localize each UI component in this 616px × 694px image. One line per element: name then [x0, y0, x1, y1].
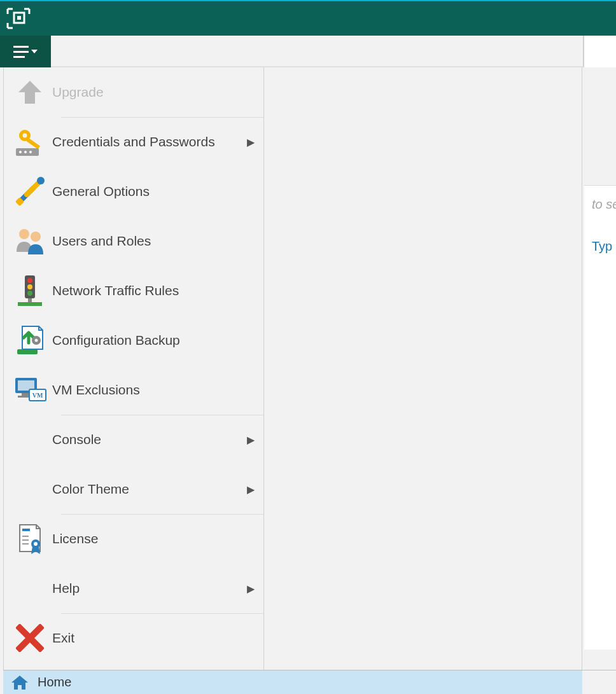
application-menu-submenu-area [263, 67, 582, 671]
search-placeholder-text: to se [592, 197, 616, 212]
column-header-type[interactable]: Typ [592, 239, 612, 254]
config-backup-icon [8, 321, 52, 359]
ribbon-blank-area [51, 36, 584, 67]
blank-icon [8, 569, 52, 607]
menu-item-label: Color Theme [52, 482, 243, 497]
menu-item-credentials[interactable]: Credentials and Passwords ▶ [4, 117, 263, 167]
svg-point-33 [34, 542, 38, 546]
svg-point-8 [29, 151, 32, 153]
menu-item-upgrade: Upgrade [4, 67, 263, 117]
nav-bar: Home [3, 670, 616, 694]
ribbon-strip [0, 36, 616, 67]
svg-rect-21 [17, 349, 38, 354]
tools-icon [8, 172, 52, 211]
menu-item-vm-exclusions[interactable]: VM VM Exclusions [4, 365, 263, 415]
svg-point-7 [24, 151, 27, 153]
content-panel: to se Typ [584, 185, 616, 649]
close-icon [8, 619, 52, 657]
blank-icon [8, 470, 52, 508]
svg-point-6 [19, 151, 22, 153]
home-icon [7, 674, 32, 691]
menu-item-label: Upgrade [52, 85, 255, 100]
application-menu: Upgrade Credentials and Passwords ▶ [3, 67, 582, 672]
menu-item-help[interactable]: Help ▶ [4, 564, 263, 613]
svg-point-12 [31, 232, 41, 242]
main-menu-button[interactable] [0, 36, 51, 67]
chevron-right-icon: ▶ [243, 583, 255, 595]
svg-point-11 [19, 229, 29, 239]
menu-item-general-options[interactable]: General Options [4, 167, 263, 216]
blank-icon [8, 420, 52, 459]
arrow-up-icon [8, 73, 52, 111]
menu-item-console[interactable]: Console ▶ [4, 415, 263, 464]
users-icon [8, 222, 52, 260]
menu-item-config-backup[interactable]: Configuration Backup [4, 316, 263, 365]
chevron-right-icon: ▶ [243, 483, 255, 496]
title-bar [0, 1, 616, 36]
menu-item-label: Network Traffic Rules [52, 283, 255, 298]
svg-rect-1 [17, 16, 21, 20]
menu-item-label: Exit [52, 630, 255, 646]
nav-item-label: Home [38, 675, 71, 690]
svg-point-14 [27, 278, 32, 283]
menu-item-label: Configuration Backup [52, 333, 255, 348]
menu-item-label: VM Exclusions [52, 382, 255, 398]
svg-point-3 [23, 134, 27, 138]
application-menu-items: Upgrade Credentials and Passwords ▶ [4, 67, 263, 671]
chevron-down-icon [31, 50, 38, 53]
svg-rect-18 [18, 302, 42, 306]
menu-item-label: General Options [52, 184, 255, 199]
svg-rect-28 [22, 529, 30, 531]
menu-item-users-roles[interactable]: Users and Roles [4, 216, 263, 266]
menu-item-label: Console [52, 432, 243, 447]
menu-item-label: Help [52, 581, 243, 596]
menu-item-label: Credentials and Passwords [52, 134, 243, 149]
vm-icon: VM [8, 371, 52, 409]
nav-item-home[interactable]: Home [3, 670, 582, 694]
svg-point-9 [37, 177, 45, 184]
app-logo-icon [5, 6, 32, 31]
svg-point-20 [35, 339, 38, 342]
chevron-right-icon: ▶ [243, 434, 255, 446]
svg-rect-4 [27, 138, 40, 149]
traffic-light-icon [8, 272, 52, 310]
chevron-right-icon: ▶ [243, 136, 255, 148]
key-icon [8, 123, 52, 161]
svg-point-16 [27, 291, 32, 296]
menu-item-license[interactable]: License [4, 514, 263, 564]
svg-text:VM: VM [32, 392, 43, 399]
menu-item-exit[interactable]: Exit [4, 613, 263, 663]
menu-item-label: Users and Roles [52, 233, 255, 249]
menu-item-network-traffic[interactable]: Network Traffic Rules [4, 266, 263, 316]
hamburger-icon [13, 46, 29, 58]
license-icon [8, 520, 52, 558]
menu-item-label: License [52, 531, 255, 546]
menu-item-color-theme[interactable]: Color Theme ▶ [4, 464, 263, 514]
svg-point-15 [27, 284, 32, 289]
